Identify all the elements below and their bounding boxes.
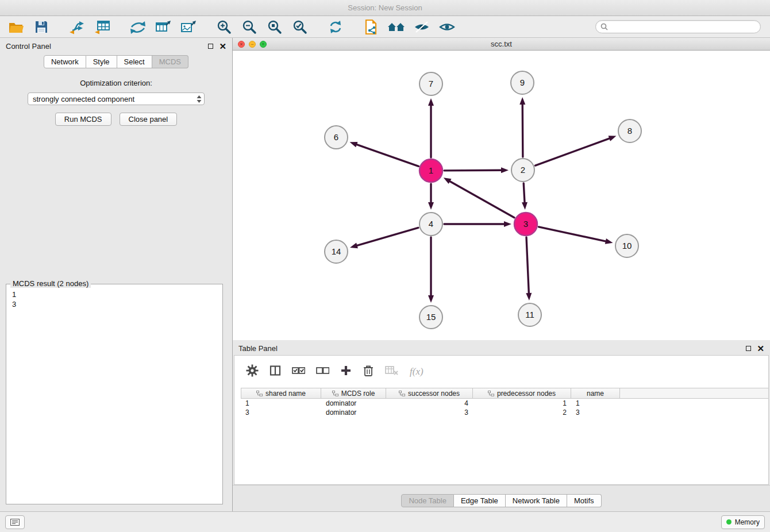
mcds-result-box[interactable]: MCDS result (2 nodes) 1 3 xyxy=(6,284,223,504)
graph-node-1[interactable]: 1 xyxy=(419,159,442,182)
tab-edge-table[interactable]: Edge Table xyxy=(454,494,506,507)
cell-predecessor-nodes[interactable]: 2 xyxy=(473,408,571,417)
network-window-title: scc.txt xyxy=(491,40,512,48)
run-mcds-button[interactable]: Run MCDS xyxy=(55,113,111,126)
apply-layout-button[interactable] xyxy=(325,17,346,37)
float-table-panel-icon[interactable] xyxy=(746,346,751,351)
show-elements-button[interactable] xyxy=(437,17,457,37)
graph-node-8[interactable]: 8 xyxy=(618,119,641,142)
import-network-button[interactable] xyxy=(67,17,87,37)
traffic-minimize-button[interactable]: − xyxy=(249,41,256,48)
export-document-icon xyxy=(363,19,379,35)
table-row[interactable]: 1 dominator 4 1 1 xyxy=(241,399,768,408)
table-settings-button[interactable] xyxy=(246,364,259,379)
table-panel-bottom-bar: Node Table Edge Table Network Table Moti… xyxy=(233,485,770,511)
columns-icon xyxy=(270,365,281,376)
cell-predecessor-nodes[interactable]: 1 xyxy=(473,399,571,408)
graph-edge[interactable] xyxy=(350,228,418,248)
close-panel-icon[interactable]: ✕ xyxy=(219,42,226,51)
export-document-button[interactable] xyxy=(361,17,382,37)
cell-mcds-role[interactable]: dominator xyxy=(321,399,386,408)
graph-edge[interactable] xyxy=(428,237,434,303)
graph-edge[interactable] xyxy=(428,184,434,210)
graph-edge[interactable] xyxy=(444,221,511,227)
import-table-button[interactable] xyxy=(92,17,113,37)
graph-node-11[interactable]: 11 xyxy=(518,303,541,326)
open-file-button[interactable] xyxy=(6,17,26,37)
graph-edge[interactable] xyxy=(519,97,525,157)
column-header-name[interactable]: name xyxy=(571,388,620,399)
criterion-dropdown[interactable]: strongly connected component xyxy=(28,92,205,105)
search-input[interactable] xyxy=(611,23,756,31)
cell-shared-name[interactable]: 3 xyxy=(241,408,321,417)
column-header-shared-name[interactable]: shared name xyxy=(241,388,321,399)
export-network-button[interactable] xyxy=(128,17,148,37)
save-session-button[interactable] xyxy=(31,17,52,37)
task-list-icon xyxy=(10,519,20,526)
tab-network-table[interactable]: Network Table xyxy=(506,494,567,507)
cell-successor-nodes[interactable]: 3 xyxy=(386,408,473,417)
task-history-button[interactable] xyxy=(5,515,25,529)
graph-node-3[interactable]: 3 xyxy=(514,213,537,236)
search-icon xyxy=(600,23,608,30)
graph-node-7[interactable]: 7 xyxy=(419,72,442,95)
zoom-in-button[interactable] xyxy=(214,17,234,37)
graph-edge[interactable] xyxy=(350,142,419,166)
graph-node-14[interactable]: 14 xyxy=(325,240,348,263)
toolbar-search-box[interactable] xyxy=(595,20,761,33)
zoom-fit-button[interactable] xyxy=(264,17,285,37)
graph-edge[interactable] xyxy=(444,167,509,173)
export-table-button[interactable] xyxy=(153,17,174,37)
graph-node-9[interactable]: 9 xyxy=(511,71,534,94)
zoom-out-button[interactable] xyxy=(239,17,260,37)
tab-style[interactable]: Style xyxy=(86,55,117,68)
traffic-close-button[interactable]: × xyxy=(238,41,245,48)
zoom-selected-button[interactable] xyxy=(290,17,310,37)
cell-mcds-role[interactable]: dominator xyxy=(321,408,386,417)
graph-node-4[interactable]: 4 xyxy=(419,213,442,236)
graph-edge[interactable] xyxy=(526,237,532,300)
function-builder-button[interactable]: f(x) xyxy=(410,366,424,377)
hide-elements-button[interactable] xyxy=(411,17,432,37)
graph-node-15[interactable]: 15 xyxy=(419,306,442,329)
graph-edge[interactable] xyxy=(522,183,528,210)
column-header-mcds-role[interactable]: MCDS role xyxy=(321,388,386,399)
float-panel-icon[interactable] xyxy=(208,44,213,49)
graph-node-10[interactable]: 10 xyxy=(615,234,638,257)
memory-button[interactable]: Memory xyxy=(721,515,765,529)
add-column-button[interactable] xyxy=(340,365,352,379)
graph-edge[interactable] xyxy=(444,178,514,217)
delete-table-button[interactable] xyxy=(385,365,399,379)
delete-columns-button[interactable] xyxy=(363,364,374,379)
first-neighbors-button[interactable] xyxy=(386,17,407,37)
export-image-button[interactable] xyxy=(178,17,199,37)
tab-motifs[interactable]: Motifs xyxy=(567,494,602,507)
graph-edge[interactable] xyxy=(428,98,434,157)
column-header-predecessor-nodes[interactable]: predecessor nodes xyxy=(473,388,571,399)
graph-node-6[interactable]: 6 xyxy=(325,126,348,149)
tab-select[interactable]: Select xyxy=(117,55,152,68)
network-canvas[interactable]: 7968124314101511 xyxy=(233,51,770,340)
cell-shared-name[interactable]: 1 xyxy=(241,399,321,408)
cell-name[interactable]: 1 xyxy=(571,399,620,408)
import-table-icon xyxy=(94,20,111,34)
graph-edge[interactable] xyxy=(536,136,617,165)
close-panel-button[interactable]: Close panel xyxy=(120,113,178,126)
cell-name[interactable]: 3 xyxy=(571,408,620,417)
graph-edge[interactable] xyxy=(538,227,613,244)
dropdown-stepper-icon xyxy=(197,95,202,103)
tab-mcds[interactable]: MCDS xyxy=(152,55,188,68)
graph-node-2[interactable]: 2 xyxy=(511,159,534,182)
traffic-zoom-button[interactable]: + xyxy=(260,41,267,48)
tab-network[interactable]: Network xyxy=(44,55,86,68)
cell-successor-nodes[interactable]: 4 xyxy=(386,399,473,408)
tab-node-table[interactable]: Node Table xyxy=(401,494,454,507)
deselect-all-rows-button[interactable] xyxy=(316,367,329,377)
column-header-successor-nodes[interactable]: successor nodes xyxy=(386,388,473,399)
toggle-column-view-button[interactable] xyxy=(270,365,281,379)
table-row[interactable]: 3 dominator 3 2 3 xyxy=(241,408,768,417)
select-all-rows-button[interactable] xyxy=(292,367,305,377)
mcds-result-line: 1 xyxy=(12,290,217,299)
table-panel-body: f(x) shared name MCDS role successor nod… xyxy=(234,355,769,485)
close-table-panel-icon[interactable]: ✕ xyxy=(757,344,764,353)
